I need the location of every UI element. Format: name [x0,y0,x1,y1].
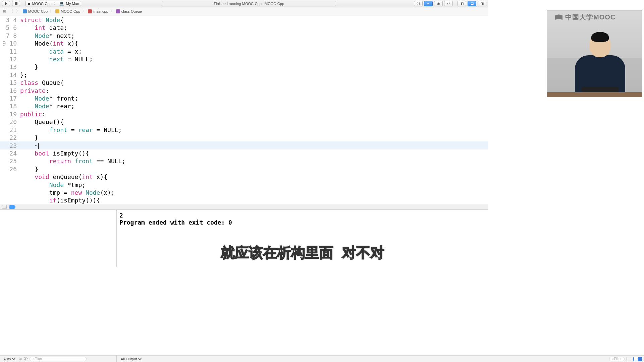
toggle-navigator-icon[interactable]: ◧ [458,1,466,6]
status-text: Finished running MOOC-Cpp : MOOC-Cpp [214,2,284,6]
play-icon [5,2,7,5]
folder-icon [55,9,59,13]
run-button[interactable] [2,1,10,6]
debug-area: 2 Program ended with exit code: 0 就应该在析构… [0,210,488,267]
related-items-icon[interactable]: ⊞ [1,9,7,13]
editor-options-icon[interactable]: { } [414,1,423,6]
jump-file[interactable]: main.cpp [87,9,110,13]
video-subtitle: 就应该在析构里面 对不对 [221,243,384,262]
toolbar-left: ■ MOOC-Cpp 〉 💻 My Mac [0,1,81,6]
toolbar: ■ MOOC-Cpp 〉 💻 My Mac Finished running M… [0,0,488,7]
nav-back-icon[interactable]: 〈 [8,9,14,14]
stop-icon [15,2,17,5]
breakpoint-toggle-icon[interactable] [9,205,15,209]
line-number-gutter: 3 4 5 6 7 8 9 10 11 12 13 14 15 16 17 18… [0,15,20,204]
jump-project[interactable]: MOOC-Cpp [21,9,49,13]
scheme-name: MOOC-Cpp [32,2,52,6]
standard-editor-icon[interactable]: ≡ [424,1,433,6]
toolbar-right: { } ≡ ◉ ⇄ ◧ ⬓ ◨ [414,1,488,6]
debug-bar [0,204,488,210]
project-icon [23,9,27,13]
nav-forward-icon[interactable]: 〉 [15,9,21,14]
file-icon [88,9,92,13]
jump-bar: ⊞ 〈 〉 MOOC-Cpp 〉 MOOC-Cpp 〉 main.cpp 〉 c… [0,7,488,15]
console-output[interactable]: 2 Program ended with exit code: 0 就应该在析构… [117,210,488,267]
assistant-editor-icon[interactable]: ◉ [434,1,443,6]
stop-button[interactable] [12,1,20,6]
toggle-debug-area-icon[interactable]: ⬓ [468,1,476,6]
jump-folder[interactable]: MOOC-Cpp [54,9,82,13]
jump-symbol[interactable]: class Queue [115,9,143,13]
code-area[interactable]: struct Node{ int data; Node* next; Node(… [20,15,488,204]
class-icon [116,9,120,13]
toggle-inspector-icon[interactable]: ◨ [478,1,486,6]
version-editor-icon[interactable]: ⇄ [444,1,453,6]
run-destination: My Mac [66,2,79,6]
source-editor[interactable]: 3 4 5 6 7 8 9 10 11 12 13 14 15 16 17 18… [0,15,488,204]
scheme-selector[interactable]: ■ MOOC-Cpp 〉 💻 My Mac [25,1,81,6]
activity-status: Finished running MOOC-Cpp : MOOC-Cpp [162,1,336,6]
hide-debug-icon[interactable] [2,205,7,209]
variables-view[interactable] [0,210,117,267]
